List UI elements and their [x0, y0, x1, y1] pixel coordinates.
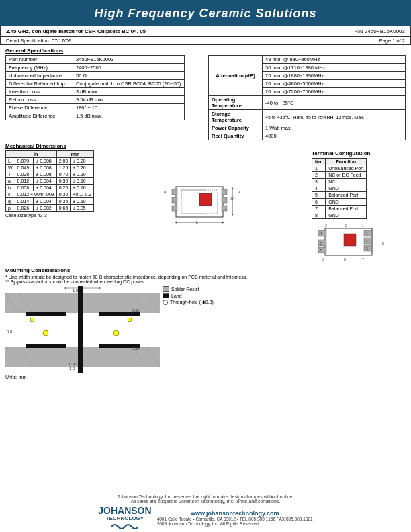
- table-row: 3 NC: [312, 179, 367, 185]
- dim-in-tol: ± 0.002: [34, 205, 56, 212]
- terminal-func: GND: [326, 212, 367, 219]
- table-row: Attenuation (dB) 48 min. @ 880~960MHz: [209, 56, 406, 64]
- mech-title: Mechanical Dimensions: [5, 143, 406, 149]
- legend-solder-box: [163, 286, 169, 292]
- dim-label: a: [6, 178, 15, 185]
- legend-item-solder: Solder Resist: [163, 286, 214, 292]
- terminal-no: 2: [312, 172, 326, 179]
- svg-rect-2: [199, 193, 212, 206]
- dim-in-tol: ± 0.008: [34, 165, 56, 171]
- table-row: Operating Temperature -40 to +85°C: [209, 96, 406, 110]
- dim-mm-val: 2.00: [56, 158, 71, 165]
- terminal-func: GND: [326, 185, 367, 192]
- power-value: 1 Watt max.: [263, 124, 406, 132]
- terminal-section: Terminal Configuration No. Function 1 Un…: [312, 150, 406, 263]
- svg-text:3: 3: [366, 247, 368, 251]
- dim-in-val: 0.008: [15, 185, 34, 191]
- dim-mm-val: 0.30: [56, 178, 71, 185]
- svg-text:1.0: 1.0: [73, 288, 79, 292]
- dim-in-val: 0.012 +.004/-.008: [15, 191, 56, 198]
- svg-text:8: 8: [382, 242, 384, 246]
- svg-marker-61: [99, 287, 101, 289]
- svg-rect-5: [172, 206, 177, 211]
- svg-marker-12: [175, 221, 177, 224]
- detail-label: Detail Specification: 07/17/09: [6, 38, 71, 44]
- part-number: P/N 2450FB15K0003: [354, 28, 405, 34]
- terminal-func: Balanced Port: [326, 192, 367, 199]
- table-row: 8 GND: [312, 212, 367, 219]
- table-row: Insertion Loss 3 dB max.: [6, 88, 185, 96]
- dim-mm-val: 1.25: [56, 165, 71, 171]
- terminal-no: 6: [312, 199, 326, 206]
- svg-text:0.35: 0.35: [132, 347, 140, 351]
- svg-point-48: [43, 330, 48, 336]
- table-row: a 0.012 ± 0.004 0.30 ± 0.10: [6, 178, 94, 185]
- svg-text:0.35: 0.35: [132, 308, 140, 312]
- dim-in-val: 0.026: [15, 205, 34, 212]
- gen-specs-right: Attenuation (dB) 48 min. @ 880~960MHz 30…: [208, 55, 406, 140]
- spec-value: 2450FB15K0003: [73, 56, 185, 64]
- atten-row: 20 min. @7200~7500MHz: [263, 88, 406, 96]
- footer-notice1: Johanson Technology, Inc. reserves the r…: [5, 494, 406, 499]
- table-row: Part Number 2450FB15K0003: [6, 56, 185, 64]
- table-row: g 0.014 ± 0.004 0.35 ± 0.10: [6, 198, 94, 205]
- general-specs-title: General Specifications: [5, 48, 406, 54]
- footer-copyright: 2009 Johanson Technology, Inc. All Right…: [157, 521, 313, 526]
- mounting-row: * Line width should be designed to match…: [5, 275, 406, 380]
- dim-mm-val: 0.65: [56, 205, 71, 212]
- brand-wave: [111, 521, 138, 529]
- dim-mm-tol: +0.1/-0.2: [71, 191, 94, 198]
- table-row: Differential Balanced Imp. Conjugate mat…: [6, 80, 185, 88]
- brand-sub: TECHNOLOGY: [98, 515, 151, 521]
- dim-label: W: [6, 165, 15, 171]
- legend-solder-label: Solder Resist: [171, 287, 199, 292]
- svg-text:5: 5: [320, 241, 322, 245]
- table-row: 4 GND: [312, 185, 367, 192]
- spec-label: Unbalanced Impedance: [6, 72, 73, 80]
- dim-mm-tol: ± 0.10: [71, 198, 94, 205]
- svg-rect-29: [364, 238, 372, 244]
- dim-mm-val: 0.20: [56, 185, 71, 191]
- terminal-func: Balanced Port: [326, 206, 367, 212]
- svg-text:4: 4: [320, 232, 322, 236]
- dim-mm-tol: ± 0.05: [71, 205, 94, 212]
- svg-text:0.8: 0.8: [7, 330, 13, 334]
- dim-in-tol: ± 0.004: [34, 178, 56, 185]
- spec-label: Part Number: [6, 56, 73, 64]
- storage-value: +5 to +35°C, Hum. 45 to 75%RH, 12 mos. M…: [263, 110, 406, 124]
- svg-rect-43: [78, 286, 83, 373]
- header: High Frequency Ceramic Solutions: [0, 0, 411, 26]
- spec-value: 2400~2500: [73, 64, 185, 72]
- footer-notice2: All sales are subject to Johanson Techno…: [5, 499, 406, 504]
- dim-in-val: 0.049: [15, 165, 34, 171]
- mounting-title: Mounting Considerations: [5, 267, 406, 273]
- svg-point-51: [128, 318, 132, 322]
- subheader-detail: Detail Specification: 07/17/09 Page 1 of…: [0, 37, 411, 45]
- table-header-row: No. Function: [312, 159, 367, 165]
- dim-label: g: [6, 198, 15, 205]
- dim-in-tol: ± 0.004: [34, 185, 56, 191]
- table-row: b 0.008 ± 0.004 0.20 ± 0.10: [6, 185, 94, 191]
- general-specs-section: General Specifications Part Number 2450F…: [5, 48, 406, 140]
- component-diagram-section: W L a p: [98, 150, 308, 263]
- footer-brand: JOHANSON TECHNOLOGY www.johansontechnolo…: [5, 506, 406, 530]
- svg-text:0.30: 0.30: [69, 362, 77, 366]
- table-row: p 0.026 ± 0.002 0.65 ± 0.05: [6, 205, 94, 212]
- table-row: Amplitude Difference 1.5 dB max.: [6, 112, 185, 120]
- dim-mm-val: 0.70: [56, 171, 71, 178]
- mounting-note-1: * Line width should be designed to match…: [5, 275, 406, 279]
- legend-via-label: Through-hole ( ϕ0.3): [170, 300, 214, 305]
- dim-in-tol: ± 0.008: [34, 171, 56, 178]
- svg-rect-3: [172, 189, 177, 195]
- storage-label: Storage Temperature: [209, 110, 263, 124]
- col-dim: [6, 151, 15, 158]
- page: High Frequency Ceramic Solutions 2.45 GH…: [0, 0, 411, 532]
- ops-value: -40 to +85°C: [263, 96, 406, 110]
- terminal-pinout-diagram: 4 5 6 1 2 3 3 2: [312, 222, 392, 262]
- table-header-row: in mm: [6, 151, 94, 158]
- mech-section: Mechanical Dimensions in mm L 0.079: [5, 143, 406, 263]
- atten-ops-table: Attenuation (dB) 48 min. @ 880~960MHz 30…: [208, 55, 406, 140]
- legend-land-box: [163, 293, 169, 298]
- table-row: L 0.079 ± 0.008 2.00 ± 0.20: [6, 158, 94, 165]
- spec-value: 50 Ω: [73, 72, 185, 80]
